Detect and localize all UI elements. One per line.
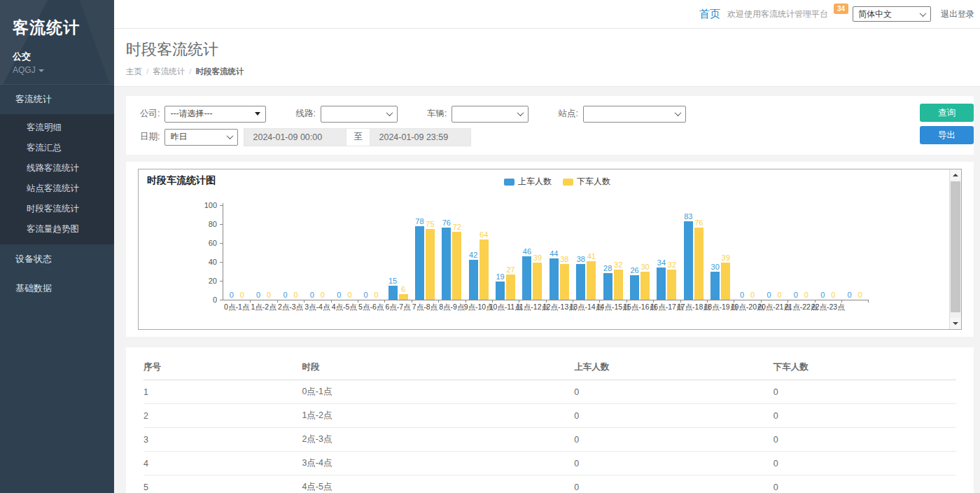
col-header-alighting: 下车人数 bbox=[774, 354, 956, 380]
scrollbar-thumb[interactable] bbox=[951, 181, 960, 312]
company-select[interactable]: ---请选择--- bbox=[164, 106, 266, 123]
col-header-boarding: 上车人数 bbox=[574, 354, 773, 380]
table-row: 10点-1点00 bbox=[144, 380, 956, 404]
chart-category: 76728点-9点 bbox=[438, 205, 465, 300]
bar-value-label: 41 bbox=[587, 252, 596, 261]
chart-category: 0021点-22点 bbox=[788, 205, 814, 300]
y-tick bbox=[220, 281, 223, 282]
bar bbox=[388, 286, 398, 300]
chart-scrollbar[interactable] bbox=[949, 169, 961, 329]
home-link[interactable]: 首页 bbox=[699, 8, 720, 21]
sidebar-subitem-trend-chart[interactable]: 客流量趋势图 bbox=[0, 219, 114, 239]
sidebar-item-base-data[interactable]: 基础数据 bbox=[0, 274, 114, 303]
export-button[interactable]: 导出 bbox=[920, 126, 974, 144]
bar-value-label: 72 bbox=[453, 223, 461, 231]
sidebar-subitem-station-stats[interactable]: 站点客流统计 bbox=[0, 179, 114, 199]
table-cell: 0点-1点 bbox=[302, 380, 574, 404]
y-tick-label: 0 bbox=[188, 296, 217, 304]
filter-panel: 公司: ---请选择--- 线路: 车辆: 站点: bbox=[126, 96, 974, 155]
bar-value-label: 39 bbox=[533, 254, 542, 262]
chart-category: 343216点-17点 bbox=[653, 205, 680, 300]
chart-category: 000点-1点 bbox=[223, 205, 250, 300]
sidebar-subitem-flow-summary[interactable]: 客流汇总 bbox=[0, 138, 114, 158]
y-tick-label: 40 bbox=[188, 258, 217, 266]
x-tick-label: 4点-5点 bbox=[332, 303, 357, 312]
table-cell: 2点-3点 bbox=[302, 428, 574, 452]
bar-value-label: 39 bbox=[722, 254, 730, 262]
bar-value-label: 44 bbox=[550, 249, 558, 258]
bar bbox=[399, 294, 408, 300]
chevron-down-icon bbox=[227, 132, 234, 139]
chevron-down-icon bbox=[386, 109, 393, 116]
bar-value-label: 0 bbox=[750, 291, 755, 299]
bar bbox=[721, 263, 730, 300]
line-select[interactable] bbox=[321, 106, 398, 123]
bar-value-label: 46 bbox=[523, 247, 531, 256]
bar-value-label: 38 bbox=[577, 255, 585, 263]
bar-value-label: 0 bbox=[794, 291, 798, 299]
end-datetime-input[interactable]: 2024-01-09 23:59 bbox=[370, 128, 471, 146]
language-select[interactable]: 简体中文 bbox=[853, 6, 931, 22]
chevron-down-icon bbox=[920, 10, 927, 17]
breadcrumb-home[interactable]: 主页 bbox=[126, 67, 142, 76]
y-tick bbox=[220, 262, 223, 263]
sidebar-subitem-line-stats[interactable]: 线路客流统计 bbox=[0, 158, 114, 179]
bar-value-label: 0 bbox=[267, 291, 271, 299]
period-stats-table: 序号 时段 上车人数 下车人数 10点-1点0021点-2点0032点-3点00… bbox=[144, 354, 956, 493]
bar bbox=[630, 275, 639, 300]
chevron-down-icon bbox=[517, 109, 524, 116]
bar bbox=[710, 272, 720, 300]
y-tick bbox=[220, 205, 223, 206]
table-cell: 0 bbox=[574, 428, 773, 452]
y-tick-label: 60 bbox=[188, 239, 217, 247]
x-tick-label: 3点-4点 bbox=[304, 303, 330, 312]
bar-value-label: 0 bbox=[230, 291, 234, 299]
logout-link[interactable]: 退出登录 bbox=[941, 8, 974, 20]
bar-value-label: 6 bbox=[401, 285, 405, 293]
bar bbox=[550, 258, 559, 300]
table-cell: 4点-5点 bbox=[302, 475, 574, 493]
sidebar-submenu: 客流明细 客流汇总 线路客流统计 站点客流统计 时段客流统计 客流量趋势图 bbox=[0, 114, 114, 244]
org-name: 公交 bbox=[13, 50, 114, 63]
sidebar-subitem-flow-detail[interactable]: 客流明细 bbox=[0, 118, 114, 138]
table-cell: 2 bbox=[144, 404, 302, 428]
station-select[interactable] bbox=[583, 106, 686, 123]
bar-value-label: 32 bbox=[668, 261, 676, 269]
scroll-down-arrow-icon[interactable] bbox=[950, 318, 961, 329]
bar-value-label: 75 bbox=[426, 220, 434, 228]
chart-category: 0020点-21点 bbox=[761, 205, 788, 300]
start-datetime-input[interactable]: 2024-01-09 00:00 bbox=[244, 128, 346, 146]
breadcrumb-section[interactable]: 客流统计 bbox=[153, 67, 185, 76]
table-cell: 1 bbox=[144, 380, 302, 404]
x-tick-label: 8点-9点 bbox=[439, 303, 464, 312]
org-code-dropdown[interactable]: AQGJ bbox=[13, 65, 114, 75]
chevron-down-icon bbox=[674, 109, 681, 116]
sidebar-item-passenger-stats[interactable]: 客流统计 bbox=[0, 85, 114, 114]
chart-category: 42649点-10点 bbox=[465, 205, 492, 300]
bar-value-label: 0 bbox=[777, 291, 781, 299]
sidebar-subitem-period-stats[interactable]: 时段客流统计 bbox=[0, 199, 114, 219]
query-button[interactable]: 查询 bbox=[920, 104, 974, 122]
period-stats-table-panel: 序号 时段 上车人数 下车人数 10点-1点0021点-2点0032点-3点00… bbox=[126, 347, 974, 493]
date-preset-select[interactable]: 昨日 bbox=[164, 129, 238, 146]
scroll-up-arrow-icon[interactable] bbox=[950, 169, 961, 181]
table-cell: 0 bbox=[574, 404, 773, 428]
bar-value-label: 38 bbox=[560, 255, 568, 263]
vehicle-select[interactable] bbox=[451, 106, 528, 123]
table-cell: 0 bbox=[774, 404, 956, 428]
bar bbox=[603, 273, 612, 300]
sidebar-item-device-status[interactable]: 设备状态 bbox=[0, 244, 114, 274]
bar bbox=[640, 272, 650, 300]
sidebar-nav: 客流统计 客流明细 客流汇总 线路客流统计 站点客流统计 时段客流统计 客流量趋… bbox=[0, 84, 114, 303]
table-row: 32点-3点00 bbox=[144, 428, 956, 452]
bar-value-label: 0 bbox=[374, 291, 379, 299]
chart-plot-area: 000点-1点001点-2点002点-3点003点-4点004点-5点005点-… bbox=[139, 169, 949, 329]
bar-value-label: 34 bbox=[657, 258, 666, 267]
y-tick-label: 20 bbox=[188, 277, 217, 285]
bar bbox=[506, 275, 515, 300]
bar bbox=[469, 260, 478, 300]
chevron-down-icon bbox=[38, 69, 44, 72]
notification-badge[interactable]: 34 bbox=[834, 4, 848, 14]
bar bbox=[657, 268, 666, 300]
period-traffic-chart: 时段车流统计图 上车人数下车人数 000点-1点001点-2点002点-3点00… bbox=[138, 169, 962, 330]
